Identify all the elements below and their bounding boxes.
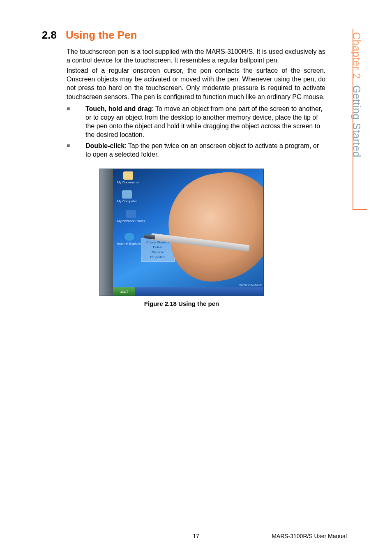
monitor-bezel <box>100 169 113 296</box>
bullet-2-bold: Double-click <box>85 142 125 149</box>
body-text: The touchscreen pen is a tool supplied w… <box>67 47 325 101</box>
bullet-1-bold: Touch, hold and drag <box>85 105 152 112</box>
menu-delete: Delete <box>144 245 172 250</box>
chapter-label: Chapter 2 <box>351 32 362 79</box>
section-number: 2.8 <box>38 29 57 42</box>
taskbar: start <box>113 287 263 296</box>
my-computer-icon: My Computer <box>117 190 137 203</box>
start-button: start <box>113 287 135 296</box>
paragraph-2: Instead of a regular onscreen cursor, th… <box>67 66 325 101</box>
figure-image: My Documents My Computer My Network Plac… <box>99 169 264 296</box>
side-tab-text: Chapter 2 Getting Started <box>350 32 362 157</box>
manual-name: MARS-3100R/S User Manual <box>272 533 347 539</box>
my-computer-label: My Computer <box>117 199 137 203</box>
section-heading: 2.8 Using the Pen <box>38 29 325 42</box>
page-number: 17 <box>193 533 199 539</box>
menu-properties: Properties <box>144 255 172 260</box>
paragraph-1: The touchscreen pen is a tool supplied w… <box>67 47 325 65</box>
my-documents-label: My Documents <box>117 180 139 184</box>
my-documents-icon: My Documents <box>117 171 139 184</box>
system-tray: Wireless Network <box>240 284 262 287</box>
my-network-icon: My Network Places <box>117 210 145 223</box>
ie-icon: Internet Explorer <box>117 233 141 245</box>
figure-wrap: My Documents My Computer My Network Plac… <box>38 169 325 307</box>
section-title: Using the Pen <box>66 29 137 42</box>
figure-caption: Figure 2.18 Using the pen <box>38 300 325 307</box>
bullet-item-1: Touch, hold and drag: To move an object … <box>67 104 325 139</box>
bullet-list: Touch, hold and drag: To move an object … <box>67 104 325 159</box>
chapter-title: Getting Started <box>351 85 362 157</box>
bullet-item-2: Double-click: Tap the pen twice on an on… <box>67 141 325 159</box>
my-network-label: My Network Places <box>117 219 145 223</box>
ie-label: Internet Explorer <box>117 242 141 245</box>
menu-rename: Rename <box>144 250 172 255</box>
